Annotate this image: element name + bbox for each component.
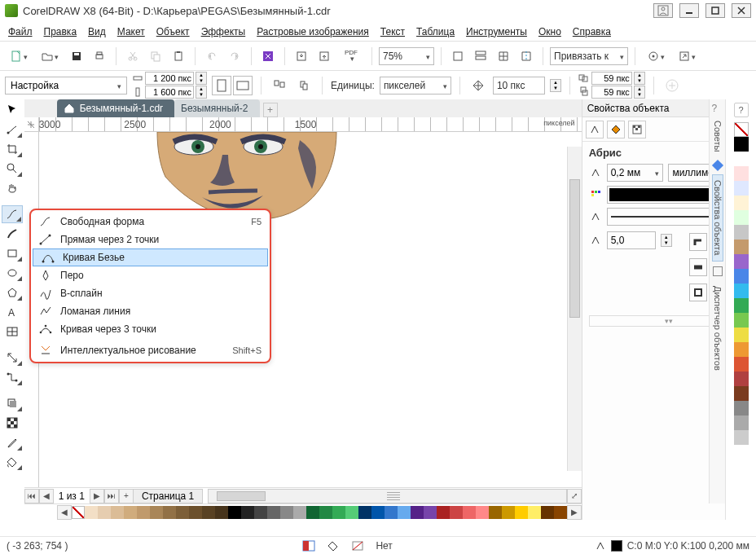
color-swatch[interactable] <box>345 506 358 519</box>
nudge-spinner[interactable]: ▲▼ <box>550 79 561 92</box>
maximize-button[interactable] <box>705 3 725 18</box>
ruler-horizontal[interactable]: 3000 2500 2000 1500 пикселей <box>24 117 582 132</box>
color-swatch[interactable] <box>734 254 749 269</box>
doc-tab-active[interactable]: Безымянный-1.cdr <box>57 99 174 117</box>
nudge-input[interactable]: 10 пкс <box>493 77 545 95</box>
redo-button[interactable] <box>225 46 244 66</box>
color-swatch[interactable] <box>515 506 528 519</box>
portrait-button[interactable] <box>212 76 231 95</box>
color-swatch[interactable] <box>332 506 345 519</box>
text-tool[interactable]: A <box>2 303 23 321</box>
color-swatch[interactable] <box>385 506 398 519</box>
cap-flat-button[interactable] <box>689 258 707 276</box>
show-rulers-button[interactable] <box>471 46 490 66</box>
menu-text[interactable]: Текст <box>380 25 405 37</box>
save-button[interactable] <box>67 46 86 66</box>
print-button[interactable] <box>90 46 109 66</box>
flyout-polyline[interactable]: Ломаная линия <box>31 302 270 320</box>
zoom-tool[interactable] <box>2 160 23 178</box>
eyedropper-tool[interactable] <box>2 433 23 451</box>
import-button[interactable] <box>292 46 311 66</box>
new-tab-button[interactable]: + <box>263 103 278 117</box>
zoom-select[interactable]: 75% <box>379 47 434 65</box>
outline-tab[interactable] <box>586 121 604 138</box>
flyout-bezier[interactable]: Кривая Безье <box>33 248 268 266</box>
color-swatch[interactable] <box>371 506 385 519</box>
no-color-swatch-right[interactable] <box>734 122 749 137</box>
vertical-scrollbar[interactable] <box>567 147 582 471</box>
color-swatch[interactable] <box>734 386 749 401</box>
units-select[interactable]: пикселей <box>380 77 451 95</box>
publish-pdf-button[interactable]: PDF <box>337 46 365 66</box>
color-swatch[interactable] <box>734 416 749 430</box>
rectangle-tool[interactable] <box>2 244 23 262</box>
color-swatch[interactable] <box>734 357 749 372</box>
flyout-freehand[interactable]: Свободная формаF5 <box>31 213 270 231</box>
menu-help[interactable]: Справка <box>573 25 611 37</box>
miter-limit-input[interactable]: 5,0 <box>607 231 656 249</box>
fill-tool[interactable] <box>2 453 23 471</box>
height-spinner[interactable]: ▲▼ <box>196 86 207 99</box>
color-swatch[interactable] <box>734 372 749 386</box>
launch-button[interactable] <box>673 46 701 66</box>
export-button[interactable] <box>314 46 334 66</box>
shape-tool[interactable] <box>2 121 23 138</box>
crop-tool[interactable] <box>2 140 23 158</box>
polygon-tool[interactable] <box>2 284 23 301</box>
palette-left-button[interactable]: ◀ <box>57 505 72 520</box>
color-swatch[interactable] <box>85 506 98 519</box>
page-preset-select[interactable]: Настройка <box>5 77 127 95</box>
table-tool[interactable] <box>2 323 23 341</box>
color-swatch[interactable] <box>215 506 228 519</box>
menu-file[interactable]: Файл <box>8 25 33 37</box>
color-swatch[interactable] <box>734 342 749 357</box>
transparency-tab[interactable] <box>628 121 646 138</box>
undo-button[interactable] <box>202 46 222 66</box>
color-swatch[interactable] <box>124 506 137 519</box>
drop-shadow-tool[interactable] <box>2 394 23 412</box>
cut-button[interactable] <box>123 46 143 66</box>
zoom-one-shot-button[interactable]: ⤢ <box>567 489 582 503</box>
add-page-button[interactable]: + <box>119 489 134 503</box>
paste-button[interactable] <box>169 46 188 66</box>
minimize-button[interactable] <box>679 3 699 18</box>
color-swatch[interactable] <box>489 506 502 519</box>
account-button[interactable] <box>653 3 673 18</box>
color-swatch[interactable] <box>111 506 124 519</box>
color-swatch[interactable] <box>319 506 332 519</box>
page-height-input[interactable]: 1 600 пкс <box>145 86 194 99</box>
artistic-media-tool[interactable] <box>2 225 23 243</box>
copy-button[interactable] <box>146 46 165 66</box>
flyout-3pt-curve[interactable]: Кривая через 3 точки <box>31 320 270 338</box>
color-swatch[interactable] <box>254 506 267 519</box>
current-page-button[interactable] <box>294 76 314 95</box>
color-swatch[interactable] <box>202 506 215 519</box>
connector-tool[interactable] <box>2 368 23 386</box>
color-swatch[interactable] <box>189 506 202 519</box>
color-swatch[interactable] <box>734 181 749 196</box>
color-swatch[interactable] <box>137 506 150 519</box>
all-pages-button[interactable] <box>270 76 289 95</box>
color-swatch[interactable] <box>554 506 567 519</box>
color-swatch[interactable] <box>476 506 489 519</box>
last-page-button[interactable]: ⏭ <box>104 489 119 503</box>
color-swatch[interactable] <box>528 506 541 519</box>
outline-width-select[interactable]: 0,2 мм <box>607 164 664 182</box>
color-swatch[interactable] <box>398 506 411 519</box>
width-spinner[interactable]: ▲▼ <box>196 72 207 85</box>
color-swatch[interactable] <box>293 506 306 519</box>
color-swatch[interactable] <box>734 225 749 240</box>
palette-help-button[interactable]: ? <box>734 103 749 117</box>
color-swatch[interactable] <box>424 506 437 519</box>
color-swatch[interactable] <box>734 152 749 166</box>
show-guidelines-button[interactable] <box>516 46 536 66</box>
color-swatch[interactable] <box>358 506 371 519</box>
landscape-button[interactable] <box>233 76 253 95</box>
dup-y-input[interactable]: 59 пкс <box>591 86 632 99</box>
color-swatch[interactable] <box>734 313 749 328</box>
flyout-pen[interactable]: Перо <box>31 266 270 284</box>
flyout-bspline[interactable]: В-сплайн <box>31 284 270 302</box>
color-swatch[interactable] <box>734 430 749 445</box>
menu-effects[interactable]: Эффекты <box>201 25 246 37</box>
color-swatch[interactable] <box>98 506 111 519</box>
